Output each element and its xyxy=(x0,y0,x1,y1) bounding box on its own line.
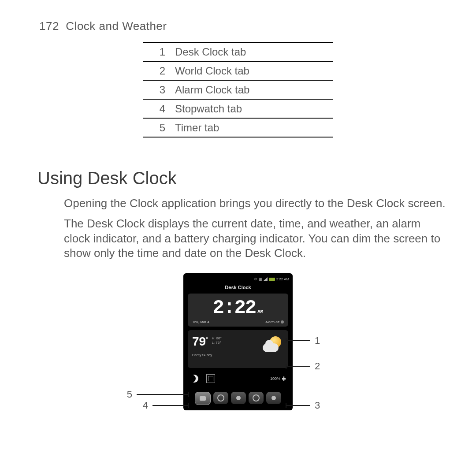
page-header: 172 Clock and Weather xyxy=(0,0,476,33)
legend-num: 2 xyxy=(143,61,173,80)
screen-title: Desk Clock xyxy=(185,283,291,294)
ampm-label: AM xyxy=(257,309,263,314)
chapter-title: Clock and Weather xyxy=(66,19,167,33)
temperature-number: 79 xyxy=(192,335,206,348)
callout-number: 1 xyxy=(310,335,324,346)
legend-num: 4 xyxy=(143,99,173,118)
temp-high: H: 80° xyxy=(212,336,221,340)
status-bar: ⟳ ▦ 2:22 AM xyxy=(185,275,291,283)
tab-strip xyxy=(186,389,290,408)
legend-num: 5 xyxy=(143,118,173,137)
weather-panel: 79° H: 80° L: 76° Partly Sunny xyxy=(188,330,288,368)
battery-percent: 100% xyxy=(270,376,280,381)
alarm-clock-icon xyxy=(281,320,284,324)
utility-row: 100% xyxy=(188,374,288,386)
callout-3: 3 xyxy=(286,400,324,411)
plug-icon xyxy=(282,376,286,381)
battery-charge-indicator: 100% xyxy=(270,376,286,381)
dim-icon[interactable] xyxy=(190,375,198,383)
globe-icon xyxy=(217,394,224,402)
tab-timer[interactable] xyxy=(266,392,281,404)
legend-label: Alarm Clock tab xyxy=(173,80,333,99)
callout-1: 1 xyxy=(286,335,324,346)
table-row: 1Desk Clock tab xyxy=(143,42,333,61)
callout-number: 5 xyxy=(123,389,137,400)
table-row: 5Timer tab xyxy=(143,118,333,137)
phone-frame: ⟳ ▦ 2:22 AM Desk Clock 2:22AM Thu, Mar 4… xyxy=(183,273,293,410)
callout-4: 4 xyxy=(138,400,189,411)
time-value: 2:22 xyxy=(213,297,256,319)
body-paragraph: The Desk Clock displays the current date… xyxy=(64,216,450,261)
table-row: 3Alarm Clock tab xyxy=(143,80,333,99)
alarm-icon xyxy=(236,396,241,400)
legend-label: Timer tab xyxy=(173,118,333,137)
network-icon: ▦ xyxy=(259,277,262,281)
desk-clock-icon xyxy=(200,396,206,401)
digital-time: 2:22AM xyxy=(192,298,284,317)
legend-label: Desk Clock tab xyxy=(173,42,333,61)
page-number: 172 xyxy=(39,19,59,33)
callout-number: 4 xyxy=(138,400,152,411)
body-paragraph: Opening the Clock application brings you… xyxy=(64,196,450,211)
clock-panel: 2:22AM Thu, Mar 4 Alarm off xyxy=(188,294,288,327)
legend-num: 3 xyxy=(143,80,173,99)
tabs-legend-table: 1Desk Clock tab 2World Clock tab 3Alarm … xyxy=(143,42,333,138)
table-row: 4Stopwatch tab xyxy=(143,99,333,118)
phone-figure: ⟳ ▦ 2:22 AM Desk Clock 2:22AM Thu, Mar 4… xyxy=(154,273,322,410)
date-label: Thu, Mar 4 xyxy=(192,320,209,324)
tab-alarm-clock[interactable] xyxy=(231,392,246,404)
status-time: 2:22 AM xyxy=(276,277,289,281)
temperature-value: 79° xyxy=(192,335,208,349)
sync-icon: ⟳ xyxy=(254,277,257,281)
signal-icon xyxy=(264,277,268,281)
legend-num: 1 xyxy=(143,42,173,61)
legend-label: Stopwatch tab xyxy=(173,99,333,118)
partly-sunny-icon xyxy=(263,334,284,355)
stopwatch-icon xyxy=(253,394,260,402)
dock-icon[interactable] xyxy=(206,374,215,383)
tab-world-clock[interactable] xyxy=(213,392,228,404)
temp-low: L: 76° xyxy=(212,341,221,345)
timer-icon xyxy=(271,396,276,400)
callout-number: 3 xyxy=(310,400,324,411)
legend-label: World Clock tab xyxy=(173,61,333,80)
tab-stopwatch[interactable] xyxy=(249,392,264,404)
battery-icon xyxy=(269,278,275,281)
alarm-status-label: Alarm off xyxy=(265,320,279,324)
table-row: 2World Clock tab xyxy=(143,61,333,80)
temperature-high-low: H: 80° L: 76° xyxy=(212,336,221,345)
callout-2: 2 xyxy=(286,361,324,372)
callout-number: 2 xyxy=(310,361,324,372)
callout-5: 5 xyxy=(123,389,189,400)
section-heading: Using Desk Clock xyxy=(37,168,476,188)
tab-desk-clock[interactable] xyxy=(195,392,211,405)
